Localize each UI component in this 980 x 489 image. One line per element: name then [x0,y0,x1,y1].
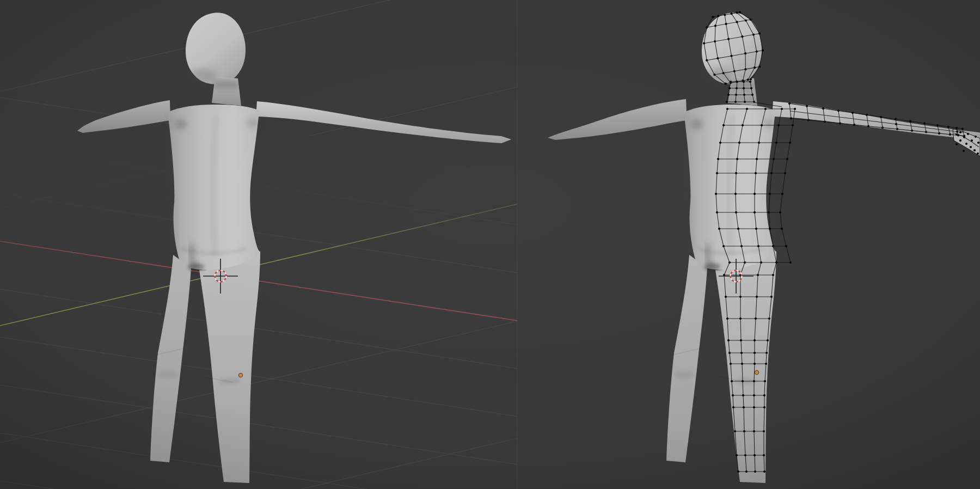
panel-seam [517,0,518,489]
3d-viewport-canvas[interactable] [0,0,980,489]
origin-dot-left [238,373,242,377]
origin-dot-right [755,370,758,374]
viewport-split-screenshot [0,0,980,489]
distance-fog [0,136,980,267]
